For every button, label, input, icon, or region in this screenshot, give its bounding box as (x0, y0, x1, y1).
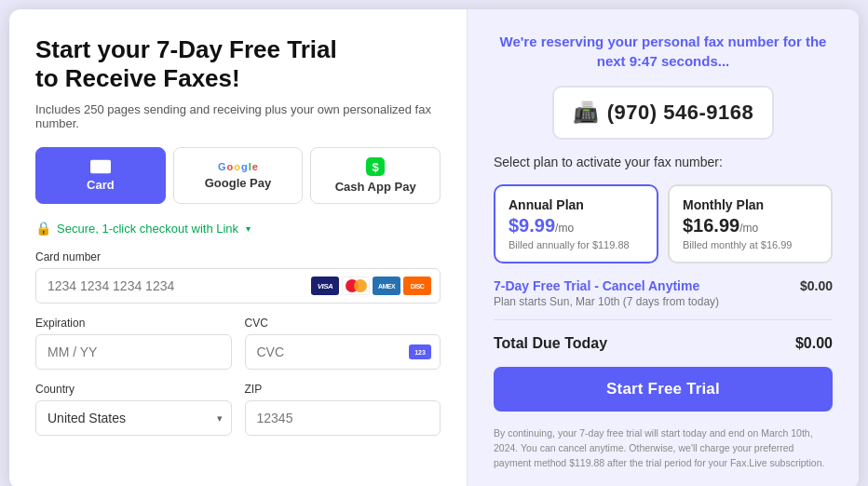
svg-rect-0 (90, 160, 111, 174)
cvc-icon (409, 344, 431, 359)
discover-icon: DISC (403, 277, 431, 295)
mastercard-icon (342, 277, 370, 295)
total-row: Total Due Today $0.00 (494, 335, 833, 352)
checkout-container: Start your 7-Day Free Trial to Receive F… (9, 9, 859, 486)
country-zip-row: Country United States ▾ ZIP (35, 383, 441, 449)
fax-number-box: 📠 (970) 546-9168 (552, 86, 774, 140)
plan-annual[interactable]: Annual Plan $9.99/mo Billed annually for… (494, 184, 658, 263)
cvc-wrap (245, 334, 441, 370)
total-label: Total Due Today (494, 335, 607, 352)
tab-card[interactable]: Card (35, 147, 166, 204)
subtitle: Includes 250 pages sending and receiving… (35, 102, 441, 130)
trial-info: 7-Day Free Trial - Cancel Anytime Plan s… (494, 278, 719, 308)
tab-gpay-label: Google Pay (205, 176, 272, 190)
cashapp-icon: $ (366, 157, 385, 176)
chevron-down-icon: ▾ (246, 223, 251, 234)
page-title: Start your 7-Day Free Trial to Receive F… (35, 35, 441, 93)
expiration-input[interactable] (35, 334, 232, 370)
expiration-group: Expiration (35, 317, 232, 370)
cvc-group: CVC (245, 317, 441, 370)
monthly-plan-price: $16.99/mo (683, 215, 818, 236)
left-panel: Start your 7-Day Free Trial to Receive F… (9, 9, 468, 486)
svg-rect-2 (92, 169, 98, 170)
trial-row: 7-Day Free Trial - Cancel Anytime Plan s… (494, 278, 833, 320)
plan-monthly[interactable]: Monthly Plan $16.99/mo Billed monthly at… (668, 184, 833, 263)
cvc-label: CVC (245, 317, 441, 330)
country-select[interactable]: United States (35, 400, 232, 436)
secure-checkout-row[interactable]: 🔒 Secure, 1-click checkout with Link ▾ (35, 221, 441, 236)
exp-cvc-row: Expiration CVC (35, 317, 441, 383)
secure-label: Secure, 1-click checkout with Link (57, 222, 238, 236)
reservation-text: We're reserving your personal fax number… (494, 32, 833, 71)
select-plan-label: Select plan to activate your fax number: (494, 155, 833, 169)
zip-label: ZIP (245, 383, 441, 396)
right-panel: We're reserving your personal fax number… (468, 9, 859, 486)
card-number-wrap: VISA AMEX DISC (35, 268, 441, 304)
trial-subtitle: Plan starts Sun, Mar 10th (7 days from t… (494, 295, 719, 308)
amex-icon: AMEX (373, 277, 400, 295)
country-group: Country United States ▾ (35, 383, 232, 436)
card-brands: VISA AMEX DISC (311, 277, 431, 295)
fax-icon: 📠 (573, 101, 598, 125)
expiration-label: Expiration (35, 317, 232, 330)
country-label: Country (35, 383, 232, 396)
tab-cashapp-label: Cash App Pay (335, 180, 416, 194)
start-trial-button[interactable]: Start Free Trial (494, 367, 833, 412)
annual-plan-price: $9.99/mo (509, 215, 644, 236)
tab-gpay[interactable]: Google Google Pay (173, 147, 304, 204)
trial-amount: $0.00 (800, 278, 833, 293)
fax-number: (970) 546-9168 (607, 101, 753, 125)
payment-tabs: Card Google Google Pay $ Cash App Pay (35, 147, 441, 204)
zip-group: ZIP (245, 383, 441, 436)
fine-print: By continuing, your 7-day free trial wil… (494, 426, 833, 470)
country-select-wrap: United States ▾ (35, 400, 232, 436)
tab-cashapp[interactable]: $ Cash App Pay (310, 147, 441, 204)
annual-plan-name: Annual Plan (509, 197, 644, 212)
tab-card-label: Card (87, 178, 115, 192)
zip-input[interactable] (245, 400, 441, 436)
plans-row: Annual Plan $9.99/mo Billed annually for… (494, 184, 833, 263)
card-number-label: Card number (35, 250, 441, 263)
total-amount: $0.00 (795, 335, 833, 352)
svg-rect-1 (90, 163, 111, 167)
card-number-group: Card number VISA AMEX DISC (35, 250, 441, 304)
annual-plan-detail: Billed annually for $119.88 (509, 239, 644, 250)
monthly-plan-detail: Billed monthly at $16.99 (683, 239, 818, 250)
monthly-plan-name: Monthly Plan (683, 197, 818, 212)
trial-title: 7-Day Free Trial - Cancel Anytime (494, 278, 719, 293)
visa-icon: VISA (311, 277, 339, 295)
